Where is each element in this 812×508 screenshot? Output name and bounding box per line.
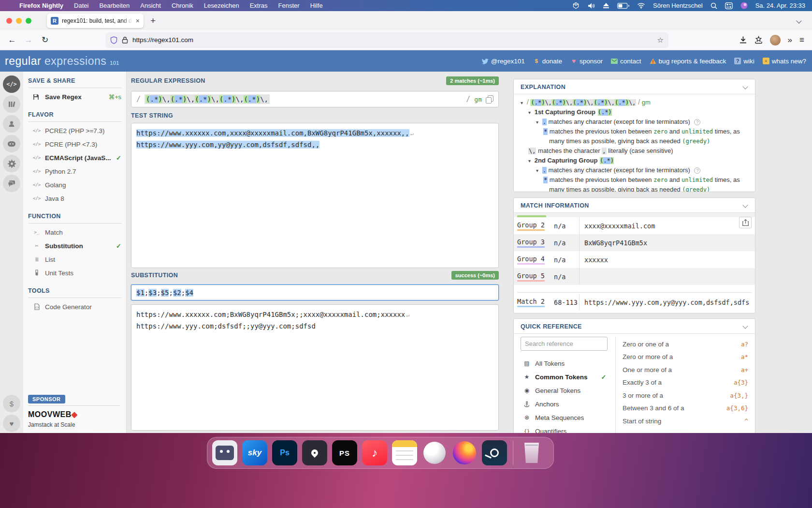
expander-icon[interactable]: ▾ — [528, 110, 531, 115]
ref-entry[interactable]: Zero or one of a a? — [623, 338, 748, 351]
dock-icon-steam[interactable] — [482, 440, 507, 465]
export-matches-button[interactable] — [739, 217, 752, 228]
test-string-textarea[interactable]: https://www.xxxxxx.com,xxxx@xxxxxmail.co… — [131, 123, 499, 268]
menu-datei[interactable]: Datei — [74, 2, 88, 9]
url-bar[interactable]: https://regex101.com ☆ — [105, 32, 668, 48]
ref-entry[interactable]: Between 3 and 6 of a a{3,6} — [623, 402, 748, 415]
delimiter-copy-icon[interactable] — [486, 95, 493, 103]
menu-lesezeichen[interactable]: Lesezeichen — [204, 2, 239, 9]
wifi-icon[interactable] — [637, 2, 645, 9]
collapse-chevron-icon[interactable] — [742, 324, 748, 329]
category-all-tokens[interactable]: ▤ All Tokens — [521, 357, 615, 370]
back-button[interactable]: ← — [5, 35, 19, 45]
regex-editor-icon[interactable]: </> — [3, 75, 20, 93]
minimize-window-button[interactable] — [16, 18, 22, 24]
account-icon[interactable] — [3, 115, 20, 133]
menubar-username[interactable]: Sören Hentzschel — [653, 2, 703, 9]
overflow-menu-icon[interactable]: » — [788, 35, 792, 45]
settings-gear-icon[interactable] — [3, 155, 20, 172]
library-icon[interactable] — [3, 95, 20, 113]
flavor-ecmascript[interactable]: </> ECMAScript (JavaS... ✓ — [28, 151, 121, 164]
sponsor-heart-icon[interactable]: ♥ — [3, 415, 20, 432]
link-bug-reports[interactable]: bug reports & feedback — [650, 58, 726, 65]
browser-tab[interactable]: R regex101: build, test, and debug × — [47, 14, 144, 28]
save-regex-button[interactable]: Save Regex ⌘+s — [28, 90, 121, 104]
tracking-shield-icon[interactable] — [110, 36, 117, 44]
link-wiki[interactable]: ? wiki — [734, 58, 754, 65]
donate-dollar-icon[interactable]: $ — [3, 395, 20, 412]
menu-app-name[interactable]: Firefox Nightly — [19, 2, 63, 9]
zoom-window-button[interactable] — [26, 18, 31, 24]
downloads-icon[interactable] — [739, 36, 747, 44]
chat-icon[interactable] — [3, 175, 20, 192]
link-contact[interactable]: contact — [611, 58, 641, 65]
new-tab-button[interactable]: + — [150, 15, 156, 26]
regex-flags[interactable]: gm — [474, 96, 482, 103]
category-common-tokens[interactable]: ★ Common Tokens ✓ — [521, 370, 615, 384]
dot-explanation[interactable]: ▾ . matches any character (except for li… — [521, 117, 748, 127]
function-unit-tests[interactable]: Unit Tests — [28, 266, 121, 280]
group1-heading[interactable]: ▾ 1st Capturing Group (.*) — [521, 107, 748, 117]
spotlight-search-icon[interactable] — [710, 2, 717, 9]
control-center-icon[interactable] — [725, 2, 733, 9]
expander-icon[interactable]: ▾ — [521, 100, 523, 105]
expander-icon[interactable]: ▾ — [536, 120, 538, 125]
menu-hilfe[interactable]: Hilfe — [310, 2, 323, 9]
ref-entry[interactable]: One or more of a a+ — [623, 363, 748, 376]
category-meta-sequences[interactable]: ⊗ Meta Sequences — [521, 411, 615, 424]
substitution-input[interactable]: $1;$3;$5;$2;$4 — [131, 284, 499, 300]
dock-icon-assistant[interactable] — [212, 440, 237, 465]
save-to-collection-icon[interactable] — [754, 36, 763, 44]
close-window-button[interactable] — [6, 18, 12, 24]
collapse-chevron-icon[interactable] — [742, 203, 748, 209]
link-donate[interactable]: $ donate — [533, 58, 562, 65]
search-reference-input[interactable] — [521, 337, 608, 351]
bookmark-star-icon[interactable]: ☆ — [657, 36, 664, 45]
flavor-pcre2[interactable]: </> PCRE2 (PHP >=7.3) — [28, 124, 121, 137]
regex-input[interactable]: / (.*)\,(.*)\,(.*)\,(.*)\,(.*)\, / gm — [131, 91, 499, 107]
dock-icon-firefox-nightly[interactable] — [452, 440, 477, 465]
battery-icon[interactable] — [617, 3, 629, 9]
link-whats-new[interactable]: ≡ whats new? — [763, 58, 806, 65]
url-text[interactable]: https://regex101.com — [132, 36, 653, 44]
collapse-chevron-icon[interactable] — [742, 84, 748, 90]
sponsor-logo[interactable]: MOOVWEB◆ — [28, 410, 120, 419]
dock-icon-notes[interactable] — [392, 440, 417, 465]
eject-icon[interactable] — [603, 2, 609, 9]
help-icon[interactable]: ? — [694, 119, 700, 125]
package-status-icon[interactable] — [572, 2, 580, 9]
category-anchors[interactable]: Anchors — [521, 397, 615, 411]
category-quantifiers[interactable]: {} Quantifiers — [521, 424, 615, 433]
explanation-regex-line[interactable]: ▾ / (.*)\,(.*)\,(.*)\,(.*)\,(.*)\, / gm — [521, 97, 748, 107]
ref-entry[interactable]: Exactly 3 of a a{3} — [623, 376, 748, 389]
discord-icon[interactable] — [3, 135, 20, 152]
tool-code-generator[interactable]: Code Generator — [28, 300, 121, 314]
function-substitution[interactable]: ✂ Substitution ✓ — [28, 239, 121, 253]
category-general-tokens[interactable]: ◉ General Tokens — [521, 384, 615, 397]
dock-icon-sky[interactable]: sky — [242, 440, 267, 465]
dock-icon-ball[interactable] — [422, 440, 447, 465]
dock-icon-ps-black[interactable]: PS — [332, 440, 357, 465]
site-logo[interactable]: regular expressions 101 — [0, 55, 119, 68]
dock-icon-music[interactable]: ♪ — [362, 440, 387, 465]
menu-fenster[interactable]: Fenster — [278, 2, 300, 9]
expander-icon[interactable]: ▾ — [536, 168, 538, 173]
menubar-clock[interactable]: Sa. 24. Apr. 23:33 — [755, 2, 805, 9]
flavor-pcre[interactable]: </> PCRE (PHP <7.3) — [28, 137, 121, 151]
menu-extras[interactable]: Extras — [250, 2, 268, 9]
dock-icon-photoshop[interactable]: Ps — [272, 440, 297, 465]
ref-entry[interactable]: Zero or more of a a* — [623, 351, 748, 364]
dot-explanation[interactable]: ▾ . matches any character (except for li… — [521, 165, 748, 175]
link-twitter[interactable]: @regex101 — [481, 58, 525, 65]
function-match[interactable]: >_ Match — [28, 225, 121, 239]
account-avatar[interactable] — [770, 35, 781, 45]
help-icon[interactable]: ? — [694, 167, 700, 174]
list-all-tabs-icon[interactable] — [797, 18, 801, 23]
menu-bearbeiten[interactable]: Bearbeiten — [99, 2, 130, 9]
tab-close-icon[interactable]: × — [136, 17, 140, 25]
flavor-golang[interactable]: </> Golang — [28, 178, 121, 192]
hamburger-menu-icon[interactable]: ≡ — [799, 35, 804, 45]
menu-chronik[interactable]: Chronik — [172, 2, 193, 9]
flavor-python[interactable]: </> Python 2.7 — [28, 164, 121, 178]
flavor-java[interactable]: </> Java 8 — [28, 192, 121, 205]
